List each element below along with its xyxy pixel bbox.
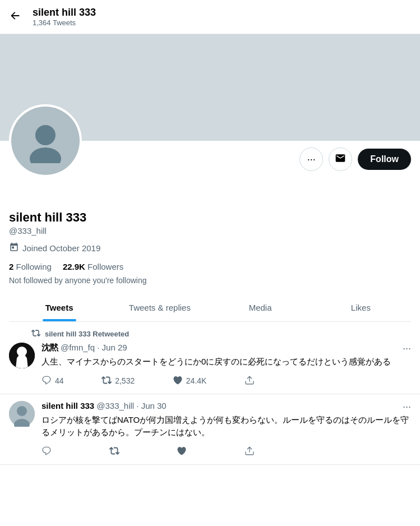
followers-label: Followers [87, 262, 123, 271]
like-icon [177, 446, 187, 458]
tweet-text: 人生、マイナスからのスタートをどうにか0に戻すのに必死になってるだけという感覚が… [41, 356, 411, 368]
like-count: 24.4K [186, 376, 207, 385]
not-followed-text: Not followed by anyone you're following [9, 276, 411, 285]
following-stat[interactable]: 2 Following [9, 262, 52, 271]
tweet-actions: 44 2,532 [41, 375, 255, 387]
tweet-author-name: 沈黙 [41, 343, 58, 353]
profile-display-name: silent hill 333 [9, 210, 411, 225]
reply-action[interactable] [41, 446, 52, 458]
svg-point-0 [35, 125, 56, 145]
like-action[interactable] [177, 446, 187, 458]
tweet-list: silent hill 333 Retweeted 沈黙 @fmn_fq [0, 322, 420, 465]
header-username: silent hill 333 [33, 7, 96, 19]
calendar-icon [9, 242, 19, 254]
profile-section: ··· Follow silent hill 333 @333_hill Joi… [0, 141, 420, 322]
profile-avatar-wrapper [9, 104, 82, 177]
retweet-count: 2,532 [115, 376, 135, 385]
like-icon [173, 375, 183, 387]
tweet-header: silent hill 333 @333_hill · Jun 30 ··· [41, 401, 411, 413]
tweet-content: 沈黙 @fmn_fq · Jun 29 ··· 人生、マイナスからのスタートをど… [9, 343, 411, 387]
back-button[interactable] [9, 10, 21, 25]
retweet-action-icon [101, 375, 112, 387]
header-info: silent hill 333 1,364 Tweets [33, 7, 96, 27]
retweet-action[interactable] [109, 446, 119, 458]
tweet-text: ロシアが核を撃てばNATOが何力国増えようが何も変わらない。ルールを守るのはその… [41, 414, 411, 439]
tweet-actions [41, 446, 255, 458]
more-dots-icon: ··· [307, 154, 316, 165]
joined-text: Joined October 2019 [22, 243, 100, 253]
reply-count: 44 [55, 376, 64, 385]
retweet-icon [31, 329, 40, 339]
followers-count: 22.9K [63, 262, 85, 271]
tweet-user-info: silent hill 333 @333_hill · Jun 30 [41, 401, 167, 410]
tweet-body: 沈黙 @fmn_fq · Jun 29 ··· 人生、マイナスからのスタートをど… [41, 343, 411, 387]
profile-joined: Joined October 2019 [9, 242, 411, 254]
tab-likes[interactable]: Likes [311, 294, 411, 321]
reply-action[interactable]: 44 [41, 375, 64, 387]
tweet-header: 沈黙 @fmn_fq · Jun 29 ··· [41, 343, 411, 354]
tweet-handle-date: @fmn_fq · Jun 29 [61, 343, 127, 352]
profile-tabs: Tweets Tweets & replies Media Likes [9, 294, 411, 322]
reply-icon [41, 375, 52, 387]
retweet-action[interactable]: 2,532 [101, 375, 135, 387]
header: silent hill 333 1,364 Tweets [0, 0, 420, 34]
profile-avatar [11, 107, 80, 175]
retweet-action-icon [109, 446, 119, 458]
svg-point-1 [30, 147, 61, 163]
tweet-avatar [9, 343, 35, 368]
tweet-item: silent hill 333 @333_hill · Jun 30 ··· ロ… [0, 394, 420, 465]
tweet-item: silent hill 333 Retweeted 沈黙 @fmn_fq [0, 322, 420, 394]
following-label: Following [16, 262, 52, 271]
svg-point-5 [17, 406, 27, 416]
profile-stats: 2 Following 22.9K Followers [9, 262, 411, 271]
tweet-content: silent hill 333 @333_hill · Jun 30 ··· ロ… [9, 401, 411, 458]
profile-info: silent hill 333 @333_hill Joined October… [9, 171, 411, 285]
followers-stat[interactable]: 22.9K Followers [63, 262, 123, 271]
tweet-user-info: 沈黙 @fmn_fq · Jun 29 [41, 343, 127, 353]
mail-icon [335, 153, 346, 167]
reply-icon [41, 446, 52, 458]
tweet-avatar [9, 401, 35, 427]
message-button[interactable] [329, 147, 352, 171]
share-icon [244, 375, 255, 387]
follow-button[interactable]: Follow [358, 149, 411, 170]
tweet-more-button[interactable]: ··· [403, 343, 411, 354]
like-action[interactable]: 24.4K [173, 375, 207, 387]
tab-tweets[interactable]: Tweets [9, 294, 109, 321]
retweet-label: silent hill 333 Retweeted [9, 329, 411, 339]
share-action[interactable] [244, 446, 255, 458]
tweet-body: silent hill 333 @333_hill · Jun 30 ··· ロ… [41, 401, 411, 458]
tab-tweets-replies[interactable]: Tweets & replies [109, 294, 210, 321]
tweet-handle-date: @333_hill · Jun 30 [96, 401, 167, 410]
tab-media[interactable]: Media [210, 294, 311, 321]
share-action[interactable] [244, 375, 255, 387]
following-count: 2 [9, 262, 13, 271]
retweet-by-text: silent hill 333 Retweeted [45, 330, 129, 338]
more-options-button[interactable]: ··· [299, 147, 323, 171]
profile-handle: @333_hill [9, 226, 411, 236]
tweet-more-button[interactable]: ··· [403, 401, 411, 413]
tweet-author-name: silent hill 333 [41, 401, 94, 410]
share-icon [244, 446, 255, 458]
header-tweet-count: 1,364 Tweets [33, 19, 96, 27]
